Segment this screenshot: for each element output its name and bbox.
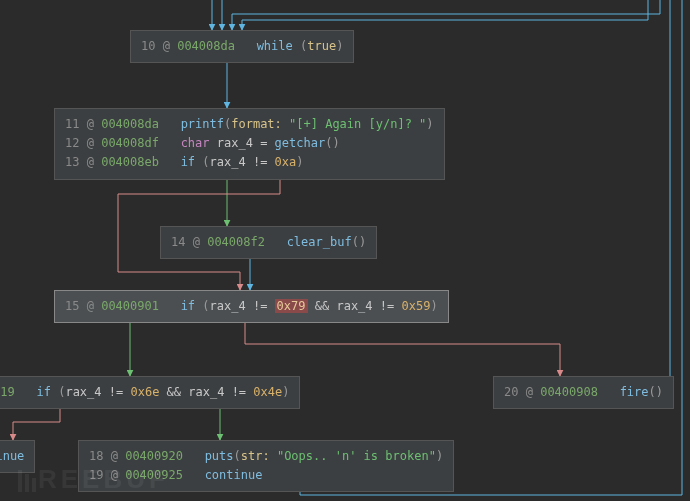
call-getchar: getchar [275, 136, 326, 150]
line-number: 20 [504, 385, 518, 399]
cfg-block-11[interactable]: 11 @ 004008da printf(format: "[+] Again … [54, 108, 445, 180]
keyword-if: if [181, 155, 195, 169]
num-0x4e: 0x4e [253, 385, 282, 399]
cfg-block-17[interactable]: 00400919 if (rax_4 != 0x6e && rax_4 != 0… [0, 376, 300, 409]
line-number: 13 [65, 155, 79, 169]
address: 004008df [101, 136, 159, 150]
line-number: 10 [141, 39, 155, 53]
cfg-block-10[interactable]: 10 @ 004008da while (true) [130, 30, 354, 63]
call-fire: fire [620, 385, 649, 399]
string-literal: "[+] Again [y/n]? " [289, 117, 426, 131]
string-literal: "Oops.. 'n' is broken" [277, 449, 436, 463]
num-0x79: 0x79 [275, 299, 308, 313]
watermark: REEBUF [18, 464, 169, 495]
type-char: char [181, 136, 210, 150]
keyword-while: while [257, 39, 293, 53]
keyword-continue-partial: ntinue [0, 449, 24, 463]
cfg-canvas: 10 @ 004008da while (true) 11 @ 004008da… [0, 0, 690, 501]
address: 004008f2 [207, 235, 265, 249]
address: 004008eb [101, 155, 159, 169]
num-0xa: 0xa [275, 155, 297, 169]
address: 004008da [177, 39, 235, 53]
line-number: 12 [65, 136, 79, 150]
line-number: 18 [89, 449, 103, 463]
paren: ) [336, 39, 343, 53]
address: 00400920 [125, 449, 183, 463]
arg-true: true [307, 39, 336, 53]
cfg-block-20[interactable]: 20 @ 00400908 fire() [493, 376, 674, 409]
call-printf: printf [181, 117, 224, 131]
keyword-if: if [181, 299, 195, 313]
watermark-icon [18, 470, 36, 492]
num-0x6e: 0x6e [130, 385, 159, 399]
keyword-if: if [36, 385, 50, 399]
address: 00400919 [0, 385, 15, 399]
keyword-continue: continue [205, 468, 263, 482]
call-puts: puts [205, 449, 234, 463]
address: 00400901 [101, 299, 159, 313]
address: 00400908 [540, 385, 598, 399]
arg-name: str: [241, 449, 270, 463]
cfg-block-15[interactable]: 15 @ 00400901 if (rax_4 != 0x79 && rax_4… [54, 290, 449, 323]
call-clearbuf: clear_buf [287, 235, 352, 249]
var-rax4: rax_4 [217, 136, 253, 150]
num-0x59: 0x59 [401, 299, 430, 313]
line-number: 11 [65, 117, 79, 131]
line-number: 15 [65, 299, 79, 313]
address: 004008da [101, 117, 159, 131]
at-sign: @ [163, 39, 170, 53]
line-number: 14 [171, 235, 185, 249]
cfg-block-14[interactable]: 14 @ 004008f2 clear_buf() [160, 226, 377, 259]
arg-name: format: [231, 117, 282, 131]
